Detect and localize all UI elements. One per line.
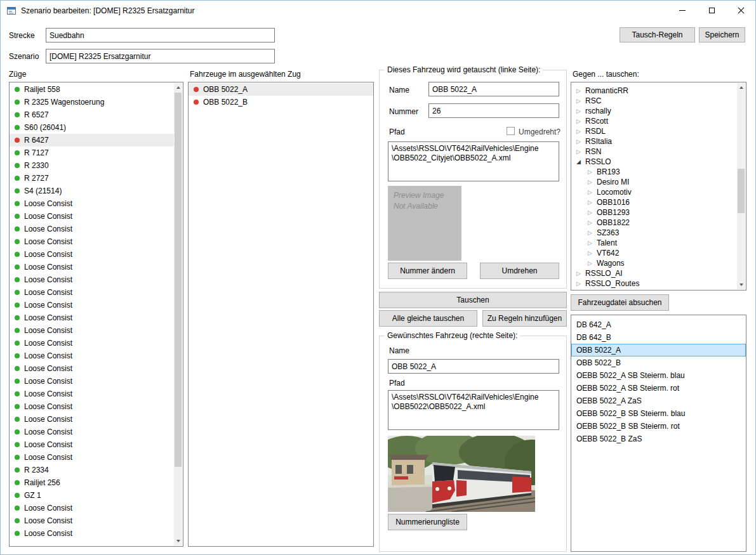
desired-name-input[interactable] [388, 359, 559, 374]
maximize-button[interactable] [697, 1, 726, 20]
alle-gleiche-tauschen-button[interactable]: Alle gleiche tauschen [379, 310, 477, 327]
train-list-item[interactable]: Loose Consist [10, 324, 174, 337]
train-list-item[interactable]: Loose Consist [10, 527, 174, 540]
train-list-item[interactable]: R 2727 [10, 172, 174, 185]
train-list-item[interactable]: Loose Consist [10, 388, 174, 400]
expand-arrow-icon[interactable]: ▷ [588, 240, 597, 246]
vehicle-variant-item[interactable]: DB 642_B [571, 331, 746, 344]
zuege-listbox[interactable]: Railjet 558R 2325 WagenstoerungR 6527S60… [9, 82, 183, 547]
expand-arrow-icon[interactable]: ▷ [576, 108, 585, 114]
train-list-item[interactable]: Loose Consist [10, 451, 174, 464]
train-list-item[interactable]: Loose Consist [10, 413, 174, 426]
train-list-item[interactable]: Loose Consist [10, 375, 174, 388]
tree-item[interactable]: ▷VT642 [571, 248, 737, 258]
collapse-arrow-icon[interactable]: ◢ [576, 159, 585, 165]
train-list-item[interactable]: S4 (21514) [10, 185, 174, 197]
vehicle-variant-item[interactable]: OBB 5022_A [571, 344, 746, 356]
scrollbar-thumb[interactable] [175, 93, 182, 467]
tree-item[interactable]: ▷RSSLO_AI [571, 268, 737, 278]
tausch-regeln-button[interactable]: Tausch-Regeln [620, 27, 695, 42]
expand-arrow-icon[interactable]: ▷ [588, 230, 597, 236]
expand-arrow-icon[interactable]: ▷ [588, 179, 597, 185]
vehicle-variant-item[interactable]: OEBB 5022_B ZaS [571, 433, 746, 445]
train-list-item[interactable]: Loose Consist [10, 438, 174, 451]
tree-item[interactable]: ▷rschally [571, 106, 737, 116]
scroll-up-button[interactable] [174, 83, 182, 92]
train-list-item[interactable]: Loose Consist [10, 337, 174, 349]
consist-vehicle-item[interactable]: OBB 5022_A [189, 83, 373, 96]
train-list-item[interactable]: Loose Consist [10, 261, 174, 273]
expand-arrow-icon[interactable]: ▷ [576, 118, 585, 124]
train-list-item[interactable]: Loose Consist [10, 514, 174, 527]
close-button[interactable] [726, 1, 755, 20]
vehicle-variant-listbox[interactable]: DB 642_ADB 642_BOBB 5022_AOBB 5022_BOEBB… [571, 315, 746, 552]
train-list-item[interactable]: Railjet 256 [10, 476, 174, 489]
train-list-item[interactable]: Loose Consist [10, 502, 174, 514]
expand-arrow-icon[interactable]: ▷ [588, 219, 597, 226]
provider-treeview[interactable]: ▷RomanticRR▷RSC▷rschally▷RScott▷RSDL▷RSI… [571, 82, 746, 291]
tree-item[interactable]: ▷RSN [571, 147, 737, 157]
fahrzeugdatei-absuchen-button[interactable]: Fahrzeugdatei absuchen [571, 294, 669, 311]
train-list-item[interactable]: Loose Consist [10, 400, 174, 413]
train-list-item[interactable]: R 6427 [10, 134, 174, 147]
tauschen-button[interactable]: Tauschen [379, 292, 567, 308]
nummer-aendern-button[interactable]: Nummer ändern [388, 263, 467, 279]
vehicle-variant-item[interactable]: OEBB 5022_A ZaS [571, 395, 746, 407]
vehicle-variant-item[interactable]: OEBB 5022_B SB Steierm. blau [571, 407, 746, 420]
tree-item[interactable]: ▷BR193 [571, 167, 737, 177]
tree-item[interactable]: ▷Talent [571, 238, 737, 248]
scroll-up-button[interactable] [737, 83, 745, 92]
tree-item[interactable]: ▷Wagons [571, 258, 737, 268]
scroll-down-button[interactable] [174, 537, 182, 545]
expand-arrow-icon[interactable]: ▷ [576, 148, 585, 155]
umdrehen-button[interactable]: Umdrehen [480, 263, 559, 279]
umgedreht-checkbox[interactable] [507, 127, 515, 135]
expand-arrow-icon[interactable]: ▷ [576, 280, 585, 287]
train-list-item[interactable]: R 2330 [10, 159, 174, 172]
train-list-item[interactable]: Loose Consist [10, 210, 174, 223]
train-list-item[interactable]: Railjet 558 [10, 83, 174, 96]
scrollbar-thumb[interactable] [738, 169, 745, 213]
tree-item[interactable]: ▷SZ363 [571, 228, 737, 238]
train-list-item[interactable]: GZ 1 [10, 489, 174, 502]
vehicle-variant-item[interactable]: OBB 5022_B [571, 356, 746, 369]
train-list-item[interactable]: R 2334 [10, 464, 174, 476]
tree-item[interactable]: ▷RSSLO_Routes [571, 278, 737, 289]
speichern-button[interactable]: Speichern [699, 27, 745, 42]
expand-arrow-icon[interactable]: ▷ [588, 250, 597, 256]
train-list-item[interactable]: R 6527 [10, 108, 174, 121]
train-list-item[interactable]: Loose Consist [10, 273, 174, 286]
expand-arrow-icon[interactable]: ▷ [588, 189, 597, 195]
train-list-item[interactable]: R 2325 Wagenstoerung [10, 96, 174, 108]
train-list-item[interactable]: Loose Consist [10, 311, 174, 324]
expand-arrow-icon[interactable]: ▷ [588, 209, 597, 216]
szenario-input[interactable] [46, 49, 275, 63]
train-list-item[interactable]: Loose Consist [10, 426, 174, 438]
expand-arrow-icon[interactable]: ▷ [576, 270, 585, 277]
tree-item[interactable]: ◢RSSLO [571, 157, 737, 167]
train-list-item[interactable]: Loose Consist [10, 362, 174, 375]
vehicle-variant-item[interactable]: OEBB 5022_A SB Steierm. rot [571, 382, 746, 395]
nummerierungliste-button[interactable]: Nummerierungliste [388, 514, 467, 530]
title-bar[interactable]: Szenario bearbeiten: [DOME] R2325 Ersatz… [1, 1, 755, 20]
tree-item[interactable]: ▷OBB1293 [571, 207, 737, 218]
tree-item[interactable]: ▷OBB1016 [571, 197, 737, 207]
zuege-scrollbar[interactable] [174, 83, 182, 545]
strecke-input[interactable] [46, 28, 275, 42]
vehicle-variant-item[interactable]: OEBB 5022_A SB Steierm. blau [571, 369, 746, 382]
tree-item[interactable]: ▷Locomotiv [571, 187, 737, 197]
tree-item[interactable]: ▷RSDL [571, 126, 737, 136]
current-name-input[interactable] [428, 82, 559, 96]
expand-arrow-icon[interactable]: ▷ [588, 199, 597, 206]
vehicle-variant-item[interactable]: DB 642_A [571, 318, 746, 331]
tree-item[interactable]: ▷RSC [571, 96, 737, 106]
current-pfad-box[interactable]: \Assets\RSSLO\VT642\RailVehicles\Engine … [388, 141, 559, 181]
tree-item[interactable]: ▷RScott [571, 116, 737, 126]
train-list-item[interactable]: Loose Consist [10, 197, 174, 210]
desired-pfad-box[interactable]: \Assets\RSSLO\VT642\RailVehicles\Engine … [388, 390, 559, 430]
vehicle-variant-item[interactable]: OEBB 5022_B SB Steierm. rot [571, 420, 746, 433]
train-list-item[interactable]: Loose Consist [10, 235, 174, 248]
expand-arrow-icon[interactable]: ▷ [588, 260, 597, 266]
minimize-button[interactable] [668, 1, 697, 20]
train-list-item[interactable]: Loose Consist [10, 286, 174, 299]
